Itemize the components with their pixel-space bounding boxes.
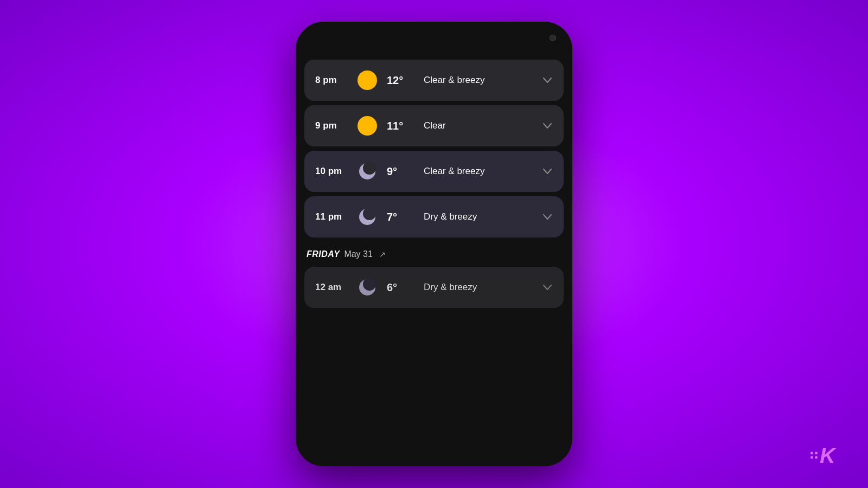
camera-dot xyxy=(550,35,556,41)
brand-dot-3 xyxy=(810,456,813,459)
weather-row-9pm[interactable]: 9 pm 11° Clear xyxy=(304,105,564,146)
temp-11pm: 7° xyxy=(387,211,415,223)
temp-8pm: 12° xyxy=(387,74,415,87)
brand-watermark: K xyxy=(810,445,835,466)
condition-9pm: Clear xyxy=(424,120,533,131)
phone-frame: 8 pm 12° Clear & breezy 9 pm 11° Clear xyxy=(296,22,572,466)
temp-10pm: 9° xyxy=(387,165,415,178)
expand-icon[interactable]: ↗ xyxy=(379,250,386,259)
condition-12am: Dry & breezy xyxy=(424,282,533,293)
time-12am: 12 am xyxy=(315,282,348,293)
weather-row-11pm[interactable]: 11 pm 7° Dry & breezy xyxy=(304,196,564,237)
brand-dot-2 xyxy=(815,452,818,454)
chevron-11pm[interactable] xyxy=(542,211,553,222)
section-day: FRIDAY xyxy=(307,249,340,259)
chevron-12am[interactable] xyxy=(542,282,553,293)
time-10pm: 10 pm xyxy=(315,166,348,177)
moon-icon-11pm xyxy=(356,206,378,228)
condition-8pm: Clear & breezy xyxy=(424,75,533,86)
chevron-10pm[interactable] xyxy=(542,166,553,177)
sun-icon-8pm xyxy=(356,69,378,91)
weather-row-8pm[interactable]: 8 pm 12° Clear & breezy xyxy=(304,60,564,101)
temp-12am: 6° xyxy=(387,281,415,294)
weather-row-10pm[interactable]: 10 pm 9° Clear & breezy xyxy=(304,151,564,192)
brand-letter: K xyxy=(820,445,835,466)
section-header-friday: FRIDAY May 31 ↗ xyxy=(304,242,564,262)
temp-9pm: 11° xyxy=(387,120,415,132)
moon-icon-10pm xyxy=(356,160,378,182)
weather-row-12am[interactable]: 12 am 6° Dry & breezy xyxy=(304,267,564,308)
phone-content: 8 pm 12° Clear & breezy 9 pm 11° Clear xyxy=(296,54,572,466)
condition-11pm: Dry & breezy xyxy=(424,211,533,222)
brand-dot-1 xyxy=(810,452,813,454)
condition-10pm: Clear & breezy xyxy=(424,166,533,177)
time-8pm: 8 pm xyxy=(315,75,348,86)
sun-icon-9pm xyxy=(356,115,378,137)
chevron-9pm[interactable] xyxy=(542,120,553,131)
moon-icon-12am xyxy=(356,277,378,298)
brand-dot-4 xyxy=(815,456,818,459)
phone-top-bar xyxy=(296,22,572,54)
chevron-8pm[interactable] xyxy=(542,75,553,86)
brand-dots xyxy=(810,452,818,459)
time-9pm: 9 pm xyxy=(315,120,348,131)
time-11pm: 11 pm xyxy=(315,211,348,222)
section-date: May 31 xyxy=(344,249,372,259)
